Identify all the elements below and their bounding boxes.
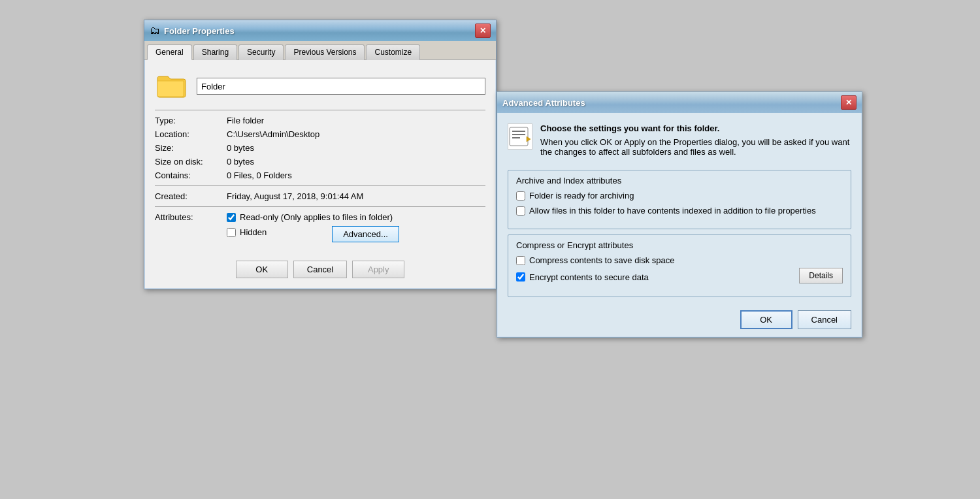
encrypt-label: Encrypt contents to secure data xyxy=(529,272,649,282)
separator-1 xyxy=(155,110,485,110)
svg-marker-4 xyxy=(527,137,531,142)
advanced-attributes-dialog: Advanced Attributes ✕ Choose the setting… xyxy=(497,91,862,338)
advanced-attrs-title-text: Advanced Attributes xyxy=(502,98,841,108)
cancel-button[interactable]: Cancel xyxy=(293,261,347,278)
size-row: Size: 0 bytes xyxy=(155,143,485,153)
apply-button[interactable]: Apply xyxy=(352,261,404,278)
folder-props-title-icon: 🗂 xyxy=(150,25,160,37)
compress-section-title: Compress or Encrypt attributes xyxy=(516,240,843,250)
archive-section-title: Archive and Index attributes xyxy=(516,176,843,185)
created-label: Created: xyxy=(155,191,227,201)
type-label: Type: xyxy=(155,116,227,125)
size-on-disk-label: Size on disk: xyxy=(155,157,227,167)
index-label: Allow files in this folder to have conte… xyxy=(529,206,816,216)
readonly-row: Read-only (Only applies to files in fold… xyxy=(227,212,485,222)
folder-properties-dialog: 🗂 Folder Properties ✕ General Sharing Se… xyxy=(144,20,497,289)
encrypt-checkbox[interactable] xyxy=(516,272,525,282)
size-on-disk-value: 0 bytes xyxy=(227,157,254,167)
attributes-label: Attributes: xyxy=(155,212,227,242)
svg-rect-0 xyxy=(510,127,528,146)
archive-section: Archive and Index attributes Folder is r… xyxy=(508,170,851,229)
advanced-button[interactable]: Advanced... xyxy=(332,226,399,242)
advanced-attrs-title-bar: Advanced Attributes ✕ xyxy=(497,92,862,113)
details-button[interactable]: Details xyxy=(799,268,843,283)
archive-checkbox-row: Folder is ready for archiving xyxy=(516,191,843,201)
hidden-checkbox[interactable] xyxy=(227,228,236,237)
location-value: C:\Users\Admin\Desktop xyxy=(227,129,319,139)
adv-ok-button[interactable]: OK xyxy=(740,310,792,329)
folder-props-title-bar: 🗂 Folder Properties ✕ xyxy=(144,20,496,41)
folder-props-title-text: Folder Properties xyxy=(164,26,475,36)
archive-checkbox[interactable] xyxy=(516,191,525,201)
readonly-checkbox[interactable] xyxy=(227,213,236,222)
index-checkbox[interactable] xyxy=(516,206,525,216)
size-value: 0 bytes xyxy=(227,143,254,153)
compress-label: Compress contents to save disk space xyxy=(529,255,675,265)
type-value: File folder xyxy=(227,116,264,125)
compress-checkbox-row: Compress contents to save disk space xyxy=(516,255,843,265)
advanced-attrs-desc-line1: Choose the settings you want for this fo… xyxy=(540,123,851,133)
size-label: Size: xyxy=(155,143,227,153)
tab-general[interactable]: General xyxy=(147,44,192,60)
advanced-attrs-footer: OK Cancel xyxy=(497,302,862,337)
index-checkbox-row: Allow files in this folder to have conte… xyxy=(516,206,843,216)
separator-2 xyxy=(155,185,485,186)
type-row: Type: File folder xyxy=(155,116,485,125)
compress-section: Compress or Encrypt attributes Compress … xyxy=(508,234,851,297)
hidden-label: Hidden xyxy=(240,227,267,237)
folder-header xyxy=(155,71,485,102)
tab-security[interactable]: Security xyxy=(238,44,284,60)
attributes-controls: Read-only (Only applies to files in fold… xyxy=(227,212,485,242)
advanced-attrs-desc-line2: When you click OK or Apply on the Proper… xyxy=(540,137,851,157)
ok-button[interactable]: OK xyxy=(236,261,288,278)
separator-3 xyxy=(155,206,485,207)
hidden-advanced-row: Hidden Advanced... xyxy=(227,226,485,242)
readonly-label: Read-only (Only applies to files in fold… xyxy=(240,212,393,222)
tab-previous-versions[interactable]: Previous Versions xyxy=(285,44,365,60)
advanced-attrs-icon xyxy=(508,123,532,150)
folder-icon xyxy=(155,71,186,102)
contains-value: 0 Files, 0 Folders xyxy=(227,170,292,180)
folder-name-input[interactable] xyxy=(197,78,485,95)
encrypt-checkbox-row: Encrypt contents to secure data Details xyxy=(516,270,843,283)
folder-props-close-button[interactable]: ✕ xyxy=(475,24,491,38)
folder-props-content: Type: File folder Location: C:\Users\Adm… xyxy=(144,60,496,253)
created-row: Created: Friday, August 17, 2018, 9:01:4… xyxy=(155,191,485,201)
compress-checkbox[interactable] xyxy=(516,256,525,265)
tab-sharing[interactable]: Sharing xyxy=(193,44,237,60)
folder-props-footer: OK Cancel Apply xyxy=(144,253,496,289)
adv-cancel-button[interactable]: Cancel xyxy=(798,310,851,329)
hidden-row: Hidden xyxy=(227,227,267,237)
contains-label: Contains: xyxy=(155,170,227,180)
size-on-disk-row: Size on disk: 0 bytes xyxy=(155,157,485,167)
created-value: Friday, August 17, 2018, 9:01:44 AM xyxy=(227,191,363,201)
advanced-attrs-desc: Choose the settings you want for this fo… xyxy=(540,123,851,157)
advanced-attrs-header: Choose the settings you want for this fo… xyxy=(497,113,862,165)
attributes-row: Attributes: Read-only (Only applies to f… xyxy=(155,212,485,242)
advanced-attrs-close-button[interactable]: ✕ xyxy=(841,95,857,110)
folder-props-tab-bar: General Sharing Security Previous Versio… xyxy=(144,41,496,60)
archive-label: Folder is ready for archiving xyxy=(529,191,634,201)
tab-customize[interactable]: Customize xyxy=(366,44,420,60)
contains-row: Contains: 0 Files, 0 Folders xyxy=(155,170,485,180)
location-label: Location: xyxy=(155,129,227,139)
location-row: Location: C:\Users\Admin\Desktop xyxy=(155,129,485,139)
